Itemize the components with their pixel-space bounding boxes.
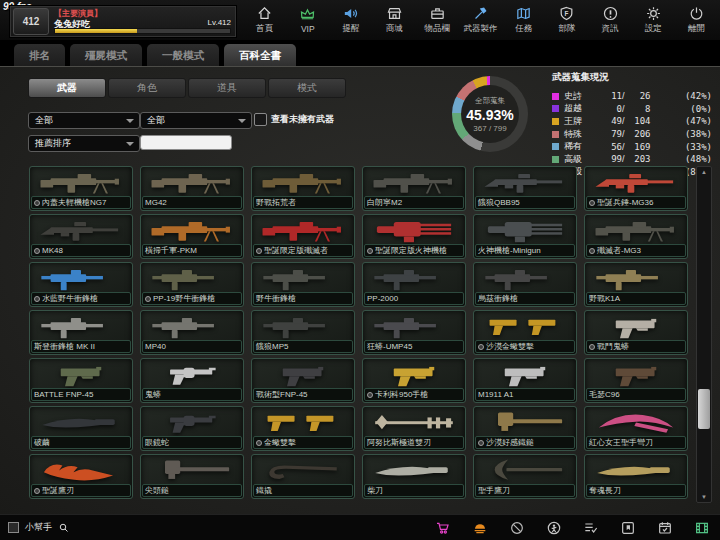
weapon-name: PP-19野牛衝鋒槍 xyxy=(153,293,215,304)
weapon-card[interactable]: 火神機槍-Minigun xyxy=(473,214,577,259)
weapon-card[interactable]: 聖手鷹刀 xyxy=(473,454,577,499)
weapon-card[interactable]: 戰術型FNP-45 xyxy=(251,358,355,403)
weapon-name-bar: 狂蟒-UMP45 xyxy=(364,340,464,353)
weapon-card[interactable]: 沙漠金蠍雙擊 xyxy=(473,310,577,355)
weapon-card[interactable]: 聖誕限定版火神機槍 xyxy=(362,214,466,259)
weapon-card[interactable]: 毛瑟C96 xyxy=(584,358,688,403)
weapon-name: PP-2000 xyxy=(367,294,398,303)
weapon-card[interactable]: 破繭 xyxy=(29,406,133,451)
weapon-card[interactable]: 殲滅者-MG3 xyxy=(584,214,688,259)
nav-item-shield[interactable]: 部隊 xyxy=(545,0,588,40)
weapon-silhouette-icon xyxy=(478,217,572,244)
weapon-card[interactable]: 戰鬥鬼蟒 xyxy=(584,310,688,355)
mode-tab[interactable]: 一般模式 xyxy=(147,44,219,66)
nav-item-case[interactable]: 物品欄 xyxy=(416,0,459,40)
weapon-card[interactable]: 紅心女王聖手彎刀 xyxy=(584,406,688,451)
mode-tab[interactable]: 百科全書 xyxy=(224,44,296,66)
weapon-card[interactable]: 餓狼MP5 xyxy=(251,310,355,355)
weapon-card[interactable]: 眼鏡蛇 xyxy=(140,406,244,451)
weapon-card[interactable]: 斯登衝鋒槍 MK II xyxy=(29,310,133,355)
nav-item-info[interactable]: 資訊 xyxy=(589,0,632,40)
weapon-card[interactable]: 阿努比斯極道雙刃 xyxy=(362,406,466,451)
nav-icon xyxy=(342,5,359,22)
unowned-checkbox[interactable] xyxy=(254,113,267,126)
weapon-card[interactable]: 卡利科950手槍 xyxy=(362,358,466,403)
mode-tab[interactable]: 排名 xyxy=(14,44,65,66)
footer-icon-calendar[interactable] xyxy=(657,520,673,536)
helper-button[interactable]: 小幫手 xyxy=(8,515,70,540)
nav-item-power[interactable]: 離開 xyxy=(675,0,718,40)
nav-item-speaker[interactable]: 提醒 xyxy=(329,0,372,40)
weapon-card[interactable]: 柴刀 xyxy=(362,454,466,499)
sort-dropdown[interactable]: 推薦排序 xyxy=(28,135,140,152)
weapon-name-bar: MK48 xyxy=(31,244,131,257)
grid-scrollbar[interactable]: ▲ ▼ xyxy=(696,166,712,503)
weapon-card[interactable]: 奪魂長刀 xyxy=(584,454,688,499)
mode-tabs: 排名 殭屍模式 一般模式 百科全書 xyxy=(14,44,296,67)
weapon-card[interactable]: PP-2000 xyxy=(362,262,466,307)
category-subtab[interactable]: 武器 xyxy=(28,78,106,98)
weapon-name-bar: 野戰K1A xyxy=(586,292,686,305)
category-subtab[interactable]: 角色 xyxy=(108,78,186,98)
weapon-card[interactable]: 內蓋夫輕機槍NG7 xyxy=(29,166,133,211)
nav-item-flag[interactable]: 任務 xyxy=(502,0,545,40)
nav-item-store[interactable]: 商城 xyxy=(373,0,416,40)
medal-icon xyxy=(367,248,373,254)
scrollbar-thumb[interactable] xyxy=(698,389,710,429)
weapon-card[interactable]: BATTLE FNP-45 xyxy=(29,358,133,403)
weapon-card[interactable]: 水藍野牛衝鋒槍 xyxy=(29,262,133,307)
weapon-card[interactable]: 野牛衝鋒槍 xyxy=(251,262,355,307)
weapon-card[interactable]: 野戰拓荒者 xyxy=(251,166,355,211)
weapon-silhouette-icon xyxy=(367,361,461,388)
weapon-silhouette-icon xyxy=(34,361,128,388)
weapon-card[interactable]: 白朗寧M2 xyxy=(362,166,466,211)
weapon-card[interactable]: 狂蟒-UMP45 xyxy=(362,310,466,355)
category-subtab[interactable]: 道具 xyxy=(188,78,266,98)
search-input[interactable] xyxy=(140,135,232,150)
medal-icon xyxy=(478,440,484,446)
weapon-card[interactable]: 沙漠好感鐵鎚 xyxy=(473,406,577,451)
footer-icon-sunset[interactable] xyxy=(472,520,488,536)
weapon-card[interactable]: PP-19野牛衝鋒槍 xyxy=(140,262,244,307)
weapon-card[interactable]: 野戰K1A xyxy=(584,262,688,307)
footer-icon-list[interactable] xyxy=(583,520,599,536)
weapon-card[interactable]: 聖誕限定版殲滅者 xyxy=(251,214,355,259)
footer-icon-cart[interactable] xyxy=(435,520,451,536)
weapon-card[interactable]: 聖誕兵錘-MG36 xyxy=(584,166,688,211)
weapon-card[interactable]: 餓狼QBB95 xyxy=(473,166,577,211)
weapon-card[interactable]: MK48 xyxy=(29,214,133,259)
mode-tab[interactable]: 殭屍模式 xyxy=(70,44,142,66)
weapon-card[interactable]: M1911 A1 xyxy=(473,358,577,403)
player-plaque: 412 【主要演員】 兔兔好吃 Lv.412 xyxy=(9,5,237,38)
weapon-card[interactable]: MP40 xyxy=(140,310,244,355)
weapon-card[interactable]: MG42 xyxy=(140,166,244,211)
footer-icon-person[interactable] xyxy=(546,520,562,536)
filter-dropdown-2[interactable]: 全部 xyxy=(140,112,252,129)
nav-item-home[interactable]: 首頁 xyxy=(243,0,286,40)
legend-row: 特殊 79 / 206 (38%) xyxy=(552,128,712,141)
weapon-card[interactable]: 鐵撬 xyxy=(251,454,355,499)
weapon-silhouette-icon xyxy=(478,169,572,196)
weapon-card[interactable]: 尖頭鎚 xyxy=(140,454,244,499)
scrollbar-up-arrow[interactable]: ▲ xyxy=(697,167,711,177)
footer-icon-film[interactable] xyxy=(694,520,710,536)
nav-item-gear[interactable]: 設定 xyxy=(632,0,675,40)
filter-dropdown-1[interactable]: 全部 xyxy=(28,112,140,129)
weapon-name-bar: MG42 xyxy=(142,196,242,209)
nav-item-hammer[interactable]: 武器製作 xyxy=(459,0,502,40)
nav-item-crown[interactable]: VIP xyxy=(286,0,329,40)
weapon-name-bar: 紅心女王聖手彎刀 xyxy=(586,436,686,449)
weapon-name-bar: 毛瑟C96 xyxy=(586,388,686,401)
weapon-card[interactable]: 烏茲衝鋒槍 xyxy=(473,262,577,307)
weapon-card[interactable]: 聖誕鷹刃 xyxy=(29,454,133,499)
weapon-card[interactable]: 金蠍雙擊 xyxy=(251,406,355,451)
footer-icon-bookmark[interactable] xyxy=(620,520,636,536)
scrollbar-down-arrow[interactable]: ▼ xyxy=(697,492,711,502)
weapon-image xyxy=(586,407,686,438)
weapon-card[interactable]: 橫掃千軍-PKM xyxy=(140,214,244,259)
category-subtab[interactable]: 模式 xyxy=(268,78,346,98)
medal-icon xyxy=(34,248,40,254)
weapon-card[interactable]: 鬼蟒 xyxy=(140,358,244,403)
footer-icon-block[interactable] xyxy=(509,520,525,536)
weapon-name-bar: 野牛衝鋒槍 xyxy=(253,292,353,305)
